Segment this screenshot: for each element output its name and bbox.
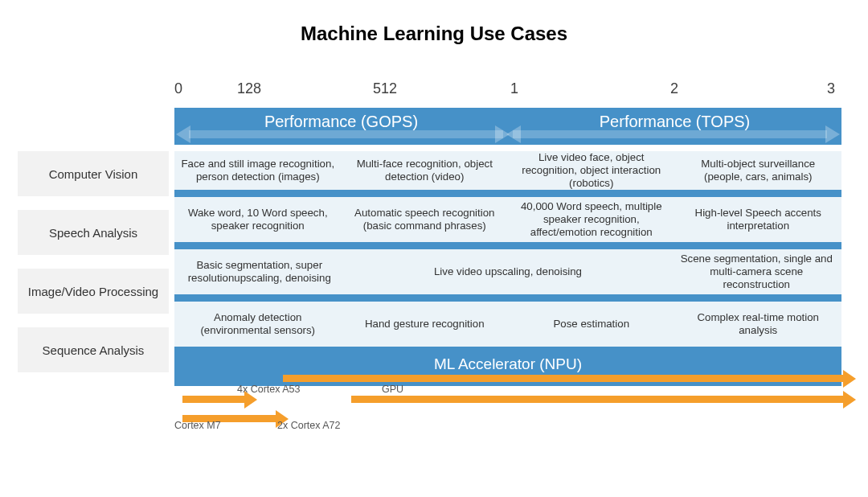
cell: Complex real-time motion analysis — [675, 302, 842, 347]
row-image-video: Basic segmentation, super resolutionupsc… — [174, 249, 841, 294]
tick-128: 128 — [237, 80, 261, 97]
label-image-video: Image/Video Processing — [18, 269, 169, 314]
label-speech-analysis: Speech Analysis — [18, 210, 169, 255]
arrow-left-icon — [176, 125, 190, 143]
cell: Multi-face recognition, object detection… — [342, 151, 509, 190]
perf-tops-label: Performance (TOPS) — [600, 113, 750, 131]
scale-axis: 0 128 512 1 2 3 — [174, 80, 841, 101]
row-separator — [174, 190, 841, 197]
perf-tops: Performance (TOPS) — [508, 108, 841, 145]
row-separator — [174, 242, 841, 249]
cell: Face and still image recognition, person… — [174, 151, 342, 190]
arrow-bar-right — [513, 130, 827, 138]
tick-0: 0 — [174, 80, 182, 97]
grid: Performance (GOPS) Performance (TOPS) Fa… — [174, 108, 841, 431]
row-sequence: Anomaly detection (environmental sensors… — [174, 302, 841, 347]
cell: Live video upscaling, denoising — [345, 249, 672, 294]
row-separator — [174, 294, 841, 302]
category-labels: Computer Vision Speech Analysis Image/Vi… — [18, 151, 169, 386]
perf-header: Performance (GOPS) Performance (TOPS) — [174, 108, 841, 145]
tick-1: 1 — [510, 80, 518, 97]
hw-a53: 4x Cortex A53 — [237, 384, 301, 395]
label-sequence: Sequence Analysis — [18, 327, 169, 372]
cell: Hand gesture recognition — [342, 302, 509, 347]
tick-2: 2 — [670, 80, 678, 97]
arrow-right-icon — [843, 370, 856, 388]
tick-3: 3 — [827, 80, 835, 97]
row-separator — [174, 347, 841, 354]
perf-gops-label: Performance (GOPS) — [264, 113, 418, 131]
hw-a72: 2x Cortex A72 — [277, 420, 341, 431]
cell: 40,000 Word speech, multiple speaker rec… — [508, 197, 675, 242]
hw-gpu: GPU — [382, 384, 403, 395]
a53-arrow — [182, 396, 248, 403]
cell: Multi-object surveillance (people, cars,… — [675, 151, 842, 190]
cell: Scene segmentation, single and multi-cam… — [672, 249, 842, 294]
npu-label: ML Accelerator (NPU) — [434, 355, 582, 373]
npu-band: ML Accelerator (NPU) — [174, 354, 841, 386]
arrow-right-icon — [843, 391, 856, 409]
page-title: Machine Learning Use Cases — [0, 23, 868, 45]
arrow-right-icon — [825, 125, 840, 143]
cell: High-level Speech accents interpretation — [675, 197, 842, 242]
cell: Basic segmentation, super resolutionupsc… — [174, 249, 345, 294]
cell: Live video face, object recognition, obj… — [508, 151, 675, 190]
cell: Anomaly detection (environmental sensors… — [174, 302, 342, 347]
perf-gops: Performance (GOPS) — [174, 108, 508, 145]
label-computer-vision: Computer Vision — [18, 151, 169, 196]
row-computer-vision: Face and still image recognition, person… — [174, 145, 841, 190]
arrow-bar-left — [189, 130, 503, 138]
hardware-band: 4x Cortex A53 GPU Cortex M7 2x Cortex A7… — [174, 386, 841, 431]
tick-512: 512 — [373, 80, 397, 97]
row-speech: Wake word, 10 Word speech, speaker recog… — [174, 197, 841, 242]
gpu-arrow — [351, 396, 846, 403]
hw-m7: Cortex M7 — [174, 420, 221, 431]
cell: Pose estimation — [508, 302, 675, 347]
npu-arrow — [283, 375, 846, 382]
cell: Wake word, 10 Word speech, speaker recog… — [174, 197, 342, 242]
cell: Automatic speech recognition (basic comm… — [342, 197, 509, 242]
arrow-left-icon — [506, 125, 521, 143]
